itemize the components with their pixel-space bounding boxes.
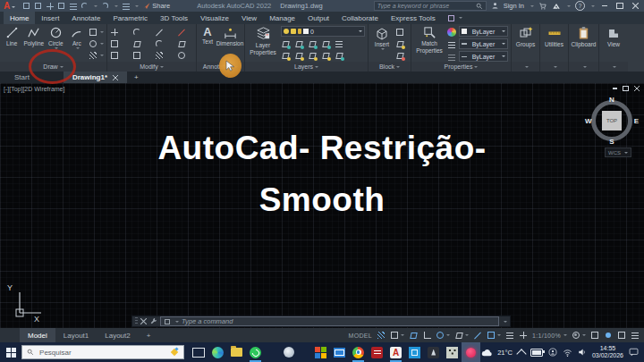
view-base-icon[interactable]: [606, 26, 621, 40]
file-explorer-app[interactable]: [227, 342, 246, 362]
new-layout-button[interactable]: +: [139, 328, 159, 342]
tab-model[interactable]: Model: [20, 328, 55, 342]
trim-icon[interactable]: [155, 28, 164, 37]
plot-preview-icon[interactable]: [122, 2, 130, 10]
notifications-icon[interactable]: [629, 348, 639, 357]
scale-icon[interactable]: [132, 51, 141, 60]
tab-manage[interactable]: Manage: [263, 12, 301, 24]
plot-icon[interactable]: [69, 2, 77, 10]
command-input[interactable]: Type a command: [160, 316, 499, 326]
sign-in-button[interactable]: Sign In: [504, 2, 524, 10]
lineweight-display-icon[interactable]: [505, 331, 514, 340]
linetype-dropdown[interactable]: ByLayer: [459, 51, 508, 62]
drawing-area[interactable]: [-][Top][2D Wireframe] AutoCad- Restriçã…: [0, 83, 644, 328]
draw-panel-label[interactable]: Draw: [0, 62, 106, 72]
chrome-app[interactable]: [349, 342, 368, 362]
help-search-box[interactable]: [374, 1, 487, 11]
tab-visualize[interactable]: Visualize: [194, 12, 235, 24]
define-attributes-icon[interactable]: [395, 39, 404, 48]
satellite-app[interactable]: [279, 342, 298, 362]
undo-icon[interactable]: [80, 2, 89, 10]
taskbar-search-box[interactable]: [21, 345, 184, 359]
ortho-mode-icon[interactable]: [422, 331, 431, 340]
polar-tracking-icon[interactable]: [436, 331, 445, 340]
isolate-objects-icon[interactable]: [604, 331, 613, 340]
tab-drawing1[interactable]: Drawing1*: [64, 72, 127, 83]
measure-icon[interactable]: [547, 26, 562, 40]
game-app[interactable]: [424, 342, 443, 362]
tab-express-tools[interactable]: Express Tools: [385, 12, 442, 24]
lineweight-list-icon[interactable]: [447, 40, 456, 49]
layer-isolate-icon[interactable]: [294, 39, 303, 48]
layers-panel-label[interactable]: Layers: [245, 62, 368, 72]
layer-make-current-icon[interactable]: [281, 51, 290, 60]
tab-output[interactable]: Output: [301, 12, 335, 24]
layer-state-icon[interactable]: [281, 39, 290, 48]
hatch-icon[interactable]: [89, 51, 97, 60]
tab-layout2[interactable]: Layout2: [97, 328, 138, 342]
mirror-icon[interactable]: [132, 39, 141, 48]
featured-apps-icon[interactable]: [442, 12, 468, 24]
compass-east[interactable]: E: [634, 117, 639, 125]
stretch-icon[interactable]: [110, 51, 119, 60]
object-snap-icon[interactable]: [487, 331, 496, 340]
help-icon[interactable]: ?: [575, 1, 585, 11]
help-search-input[interactable]: [377, 3, 473, 9]
new-file-icon[interactable]: [22, 2, 30, 10]
workspace-gear-icon[interactable]: [572, 331, 580, 340]
insert-block-tool[interactable]: Insert: [371, 26, 393, 62]
redo-icon[interactable]: [101, 2, 109, 10]
save-as-icon[interactable]: [57, 2, 65, 10]
layer-previous-icon[interactable]: [308, 51, 317, 60]
mail-app[interactable]: [330, 342, 349, 362]
block-panel-label[interactable]: Block: [369, 62, 411, 72]
wcs-dropdown[interactable]: WCS: [605, 147, 631, 157]
annotation-scale-label[interactable]: 1:1/100%: [532, 333, 561, 339]
tab-3d-tools[interactable]: 3D Tools: [154, 12, 194, 24]
command-line-grip[interactable]: [135, 317, 138, 325]
circle-tool[interactable]: Circle: [47, 26, 64, 62]
match-properties-tool[interactable]: Match Properties: [414, 26, 445, 62]
viewcube-top-face[interactable]: TOP: [602, 111, 622, 130]
infer-constraints-icon[interactable]: [409, 331, 418, 340]
restore-button[interactable]: [614, 1, 625, 11]
drawing-close-icon[interactable]: [634, 86, 640, 91]
groups-panel-expand[interactable]: [512, 62, 539, 72]
groups-icon[interactable]: [519, 26, 533, 40]
recent-commands-icon[interactable]: [164, 318, 171, 325]
snap-mode-icon[interactable]: [390, 331, 399, 340]
compass-south[interactable]: S: [609, 138, 614, 146]
battery-icon[interactable]: [530, 349, 543, 357]
tab-view[interactable]: View: [235, 12, 263, 24]
array-icon[interactable]: [155, 51, 164, 60]
tab-parametric[interactable]: Parametric: [106, 12, 154, 24]
tab-collaborate[interactable]: Collaborate: [335, 12, 385, 24]
tray-expand-icon[interactable]: [516, 349, 526, 358]
linetype-list-icon[interactable]: [447, 53, 456, 62]
layer-print-icon[interactable]: [335, 39, 343, 48]
task-view-button[interactable]: [190, 342, 208, 362]
offset-icon[interactable]: [177, 51, 186, 60]
tab-start[interactable]: Start: [5, 72, 38, 83]
compass-west[interactable]: W: [585, 117, 592, 125]
utilities-panel-expand[interactable]: [540, 62, 568, 72]
office-app[interactable]: [311, 342, 330, 362]
cart-icon[interactable]: [538, 2, 547, 11]
wifi-icon[interactable]: [563, 349, 572, 357]
save-icon[interactable]: [46, 2, 54, 10]
command-line-bar[interactable]: Type a command: [131, 316, 511, 327]
weather-cloud-icon[interactable]: [480, 348, 492, 357]
copilot-sparkle-icon[interactable]: [170, 348, 179, 357]
close-tab-icon[interactable]: [113, 75, 118, 80]
new-drawing-tab-button[interactable]: +: [127, 72, 146, 83]
command-history-caret[interactable]: [504, 321, 507, 323]
tab-annotate[interactable]: Annotate: [65, 12, 106, 24]
grid-display-icon[interactable]: [377, 331, 386, 340]
start-button[interactable]: [0, 342, 21, 362]
photos-app[interactable]: [405, 342, 424, 362]
explode-icon[interactable]: [177, 39, 186, 48]
model-space-label[interactable]: MODEL: [349, 333, 372, 339]
erase-icon[interactable]: [177, 28, 186, 37]
clipboard-panel-expand[interactable]: [569, 62, 598, 72]
autocad-app[interactable]: A: [386, 342, 405, 362]
